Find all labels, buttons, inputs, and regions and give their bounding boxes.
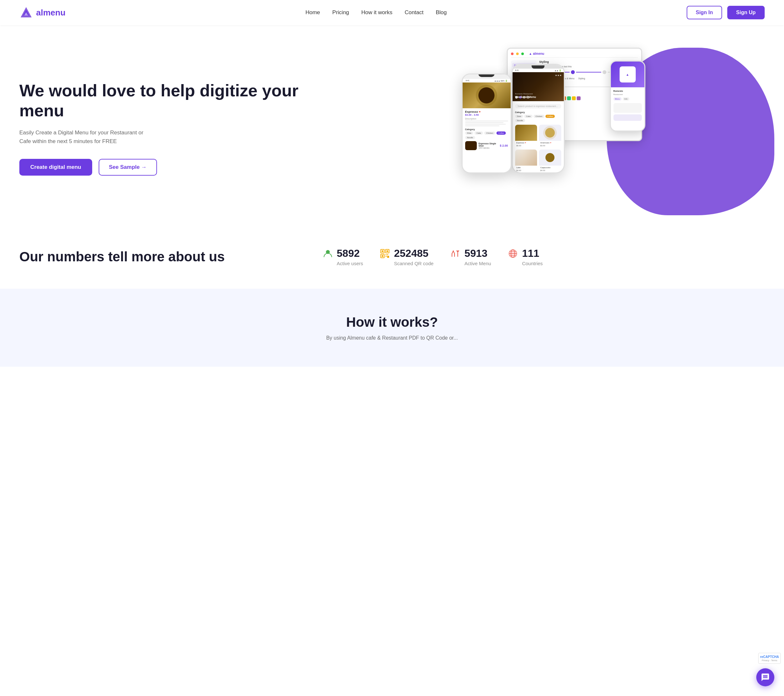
stat-menu-label: Active Menu xyxy=(464,261,491,266)
cat-coffee[interactable]: Coffee xyxy=(496,132,506,135)
phone-back-restaurant-header: Romesto Restaurant Weekend Menu xyxy=(512,72,564,101)
window-minimize-dot xyxy=(516,53,519,55)
phone-back-grid: Espresso ♥ $6.00 Americano ♥ $3.50 xyxy=(515,125,561,173)
see-sample-button[interactable]: See Sample → xyxy=(99,159,157,176)
hero-section: We would love to help digitize your menu… xyxy=(0,25,784,225)
laptop-logo: ▲ almenu xyxy=(529,52,545,56)
cat-cake[interactable]: Cake xyxy=(474,132,483,135)
phone-back-weekend-text: Weekend Menu xyxy=(515,95,536,99)
swatch-purple[interactable] xyxy=(577,96,581,100)
stat-users-top: 5892 xyxy=(322,247,360,259)
create-menu-button[interactable]: Create digital menu xyxy=(19,159,92,176)
logo-icon xyxy=(19,6,33,19)
brand-name: almenu xyxy=(36,8,66,18)
navbar: almenu Home Pricing How it works Contact… xyxy=(0,0,784,25)
back-cat-noodle[interactable]: Noodle xyxy=(515,119,525,122)
nav-blog[interactable]: Blog xyxy=(436,9,447,15)
hero-right: ▲ almenu Dashboard All Menu Editing Syst… xyxy=(333,44,765,212)
phone-heart-icon[interactable]: ♥ xyxy=(479,110,481,114)
stats-title: Our numbers tell more about us xyxy=(19,249,303,265)
phone-back-topbar xyxy=(512,65,564,69)
stat-qr-top: 252485 xyxy=(379,247,428,259)
back-cat-siste[interactable]: Siste xyxy=(515,115,523,118)
phone-right-placeholder xyxy=(613,103,642,113)
grid-item-latte-img xyxy=(515,150,537,166)
phone-product-header: Espresso ♥ xyxy=(465,110,508,114)
grid-item-cappuccino-name: Cappuccino xyxy=(539,166,561,169)
devices-mockup: ▲ almenu Dashboard All Menu Editing Syst… xyxy=(455,48,642,209)
grid-item-espresso: Espresso ♥ $6.00 xyxy=(515,125,537,148)
svg-rect-12 xyxy=(385,256,387,257)
phone-back-mockup: 9:41 ▲▲ 🔋 Romesto Restaurant Weekend Men… xyxy=(512,64,565,173)
phone-front-mockup: 9:41 ▲▲▲ WiFi 🔋 Espresso ♥ $3.00 - 3.50 … xyxy=(462,74,512,173)
phone-right-mockup: ▲ Romesto Restaurant Menu Info xyxy=(610,61,646,132)
grid-item-latte: Latte $4.00 xyxy=(515,150,537,173)
window-maximize-dot xyxy=(521,53,524,55)
svg-rect-10 xyxy=(385,254,387,255)
phone-right-content: Romesto Restaurant Menu Info xyxy=(611,87,644,123)
grid-item-cappuccino-img xyxy=(539,150,561,166)
phone-right-logo: ▲ xyxy=(619,66,636,82)
nav-contact[interactable]: Contact xyxy=(405,9,423,15)
phone-category-label: Category xyxy=(465,128,508,130)
stat-active-users: 5892 Active users xyxy=(322,247,363,266)
nav-home[interactable]: Home xyxy=(305,9,320,15)
nav-pricing[interactable]: Pricing xyxy=(333,9,349,15)
phone-status-bar: 9:41 ▲▲▲ WiFi 🔋 xyxy=(463,79,511,82)
stat-countries: 111 Countries xyxy=(507,247,542,266)
phone-item-info: Espresso Single Shot 129 Calories xyxy=(479,142,498,149)
cat-chicken[interactable]: Chicken xyxy=(484,132,495,135)
how-it-works-title: How it works? xyxy=(19,314,765,330)
phone-item-price: $ 2.00 xyxy=(500,144,508,147)
hero-subtitle: Easily Create a Digital Menu for your Re… xyxy=(19,128,148,146)
cat-shite[interactable]: Shite xyxy=(465,132,474,135)
swatch-yellow[interactable] xyxy=(572,96,576,100)
phone-back-menu-dots xyxy=(555,75,561,76)
phone-back-search[interactable]: Search product in espresso restaurant... xyxy=(515,104,561,109)
signin-button[interactable]: Sign In xyxy=(687,6,722,19)
stat-active-menu: 5913 Active Menu xyxy=(450,247,491,266)
back-cat-chicken[interactable]: Chicken xyxy=(534,115,545,118)
nav-how-it-works[interactable]: How it works xyxy=(361,9,392,15)
phone-item-row: Espresso Single Shot 129 Calories $ 2.00 xyxy=(465,141,508,150)
stat-countries-top: 111 xyxy=(507,247,539,259)
svg-rect-9 xyxy=(382,255,383,257)
signup-button[interactable]: Sign Up xyxy=(727,6,765,19)
stat-qr-code: 252485 Scanned QR code xyxy=(379,247,433,266)
stat-qr-number: 252485 xyxy=(394,247,428,259)
hero-left: We would love to help digitize your menu… xyxy=(19,81,333,175)
grid-item-americano-img xyxy=(539,125,561,141)
stat-users-number: 5892 xyxy=(337,247,360,259)
cat-noodle[interactable]: Noodle xyxy=(465,136,475,139)
grid-item-espresso-img xyxy=(515,125,537,141)
grid-item-latte-price: $4.00 xyxy=(515,169,537,173)
svg-rect-11 xyxy=(387,254,388,255)
phone-description-text xyxy=(465,120,508,126)
stat-countries-icon xyxy=(507,248,519,259)
logo[interactable]: almenu xyxy=(19,6,66,19)
nav-links: Home Pricing How it works Contact Blog xyxy=(305,9,446,16)
stat-users-icon xyxy=(322,248,334,259)
back-cat-cake[interactable]: Cake xyxy=(524,115,532,118)
stat-menu-number: 5913 xyxy=(464,247,488,259)
back-cat-coffee[interactable]: Coffee xyxy=(545,115,555,118)
phone-product-content: Espresso ♥ $3.00 - 3.50 Description Cate… xyxy=(463,108,511,152)
stat-countries-label: Countries xyxy=(522,261,542,266)
grid-item-espresso-price: $6.00 xyxy=(515,145,537,148)
phone-right-header: ▲ xyxy=(611,61,644,87)
phone-description-label: Description xyxy=(465,118,508,120)
stat-countries-number: 111 xyxy=(522,247,539,259)
stat-menu-top: 5913 xyxy=(450,247,488,259)
how-it-works-section: How it works? By using Almenu cafe & Res… xyxy=(0,289,784,367)
phone-front-topbar xyxy=(463,74,511,79)
grid-item-cappuccino-price: $4.50 xyxy=(539,169,561,173)
grid-item-cappuccino: Cappuccino $4.50 xyxy=(539,150,561,173)
phone-back-notch xyxy=(532,66,545,69)
swatch-green[interactable] xyxy=(567,96,571,100)
nav-buttons: Sign In Sign Up xyxy=(687,6,765,19)
stat-menu-icon xyxy=(450,248,461,259)
phone-back-category-label: Category xyxy=(515,111,561,114)
phone-back-content: Search product in espresso restaurant...… xyxy=(512,101,564,173)
phone-back-categories: Siste Cake Chicken Coffee Noodle xyxy=(515,115,561,122)
hero-buttons: Create digital menu See Sample → xyxy=(19,159,333,176)
